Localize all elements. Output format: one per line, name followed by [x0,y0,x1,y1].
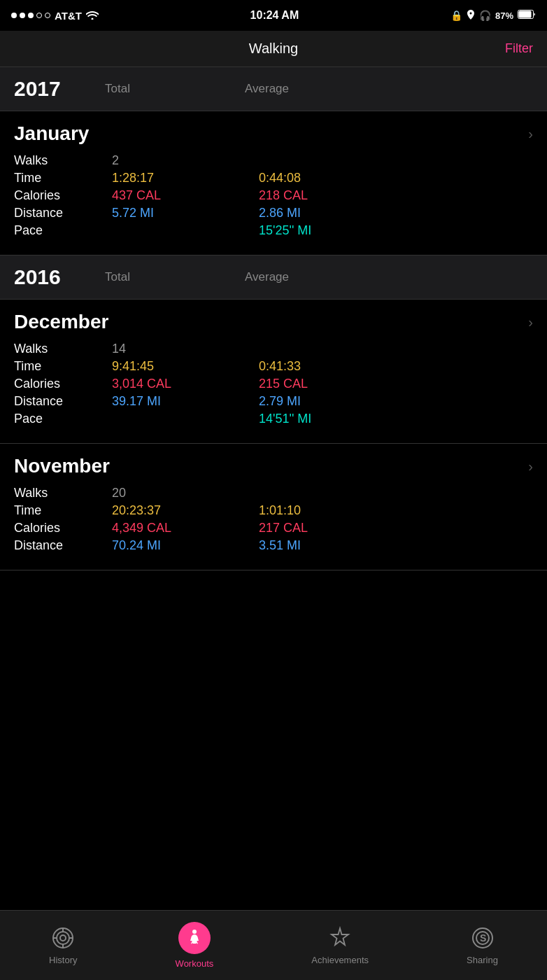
december-time-total: 9:41:45 [112,359,259,374]
workouts-icon [178,922,211,954]
year-2017-average: Average [245,82,289,96]
scroll-content: 2017 Total Average January › Walks 2 Tim… [0,67,547,640]
location-icon [467,10,475,22]
dot3 [28,13,34,18]
january-calories-average: 218 CAL [259,188,308,203]
december-calories-label: Calories [14,377,112,391]
tab-sharing[interactable]: S Sharing [467,925,498,965]
tab-bar: History Workouts Achievements S [0,910,547,980]
nav-bar: Walking Filter [0,31,547,67]
december-pace-label: Pace [14,412,112,426]
month-section-december: December › Walks 14 Time 9:41:45 0:41:33… [0,300,547,444]
tab-history-label: History [49,955,77,965]
january-calories-total: 437 CAL [112,188,259,203]
january-pace-label: Pace [14,223,112,238]
november-calories-label: Calories [14,521,112,536]
january-walks-total: 2 [112,153,259,168]
december-pace-row: Pace 14'51'' MI [14,412,533,426]
year-2016-average: Average [245,270,289,284]
january-walks-row: Walks 2 [14,153,533,168]
dot2 [20,13,25,18]
svg-text:S: S [480,932,486,944]
achievements-icon [327,925,353,951]
status-time: 10:24 AM [250,9,299,22]
svg-point-4 [60,935,66,941]
november-distance-total: 70.24 MI [112,538,259,553]
sharing-icon: S [470,925,495,951]
filter-button[interactable]: Filter [505,41,533,56]
january-time-row: Time 1:28:17 0:44:08 [14,171,533,186]
december-walks-total: 14 [112,342,259,356]
carrier-label: AT&T [55,10,82,22]
december-walks-row: Walks 14 [14,342,533,356]
january-distance-label: Distance [14,206,112,220]
december-distance-average: 2.79 MI [259,394,301,409]
january-time-label: Time [14,171,112,186]
tab-workouts-label: Workouts [176,958,214,969]
january-time-total: 1:28:17 [112,171,259,186]
tab-achievements[interactable]: Achievements [311,925,369,965]
january-pace-average: 15'25'' MI [259,223,311,238]
december-chevron: › [528,314,533,330]
year-2017-label: 2017 [14,77,105,101]
november-time-row: Time 20:23:37 1:01:10 [14,503,533,518]
signal-dots [11,13,50,18]
december-walks-label: Walks [14,342,112,356]
headphones-icon: 🎧 [479,10,491,21]
dot5 [45,13,50,18]
november-chevron: › [528,458,533,475]
november-time-average: 1:01:10 [259,503,301,518]
november-header[interactable]: November › [14,455,533,477]
december-time-label: Time [14,359,112,374]
december-time-row: Time 9:41:45 0:41:33 [14,359,533,374]
january-header[interactable]: January › [14,122,533,145]
history-icon [50,925,76,951]
november-walks-label: Walks [14,486,112,500]
status-left: AT&T [11,10,99,22]
year-header-2017: 2017 Total Average [0,67,547,111]
november-distance-average: 3.51 MI [259,538,301,553]
november-time-label: Time [14,503,112,518]
month-section-november: November › Walks 20 Time 20:23:37 1:01:1… [0,444,547,570]
december-calories-total: 3,014 CAL [112,377,259,391]
january-calories-label: Calories [14,188,112,203]
tab-workouts[interactable]: Workouts [176,922,214,969]
month-section-january: January › Walks 2 Time 1:28:17 0:44:08 C… [0,111,547,255]
tab-achievements-label: Achievements [311,955,369,965]
wifi-icon [86,10,99,22]
november-calories-row: Calories 4,349 CAL 217 CAL [14,521,533,536]
svg-marker-10 [332,928,348,945]
battery-percent: 87% [495,10,513,21]
november-distance-row: Distance 70.24 MI 3.51 MI [14,538,533,553]
november-time-total: 20:23:37 [112,503,259,518]
tab-history[interactable]: History [49,925,77,965]
december-distance-label: Distance [14,394,112,409]
november-distance-label: Distance [14,538,112,553]
november-label: November [14,455,110,477]
dot4 [36,13,42,18]
january-distance-average: 2.86 MI [259,206,301,220]
tab-sharing-label: Sharing [467,955,498,965]
january-distance-row: Distance 5.72 MI 2.86 MI [14,206,533,220]
january-label: January [14,122,89,145]
svg-point-3 [57,932,69,944]
status-bar: AT&T 10:24 AM 🔒 🎧 87% [0,0,547,31]
january-distance-total: 5.72 MI [112,206,259,220]
december-distance-row: Distance 39.17 MI 2.79 MI [14,394,533,409]
year-2016-total: Total [105,270,245,284]
november-walks-total: 20 [112,486,259,500]
december-calories-average: 215 CAL [259,377,308,391]
status-right: 🔒 🎧 87% [450,10,536,22]
year-2017-total: Total [105,82,245,96]
november-walks-row: Walks 20 [14,486,533,500]
december-pace-average: 14'51'' MI [259,412,311,426]
lock-icon: 🔒 [450,10,462,21]
nav-title: Walking [249,41,298,57]
november-calories-average: 217 CAL [259,521,308,536]
november-calories-total: 4,349 CAL [112,521,259,536]
january-pace-row: Pace 15'25'' MI [14,223,533,238]
december-label: December [14,311,108,333]
dot1 [11,13,17,18]
year-2016-label: 2016 [14,265,105,289]
december-header[interactable]: December › [14,311,533,333]
